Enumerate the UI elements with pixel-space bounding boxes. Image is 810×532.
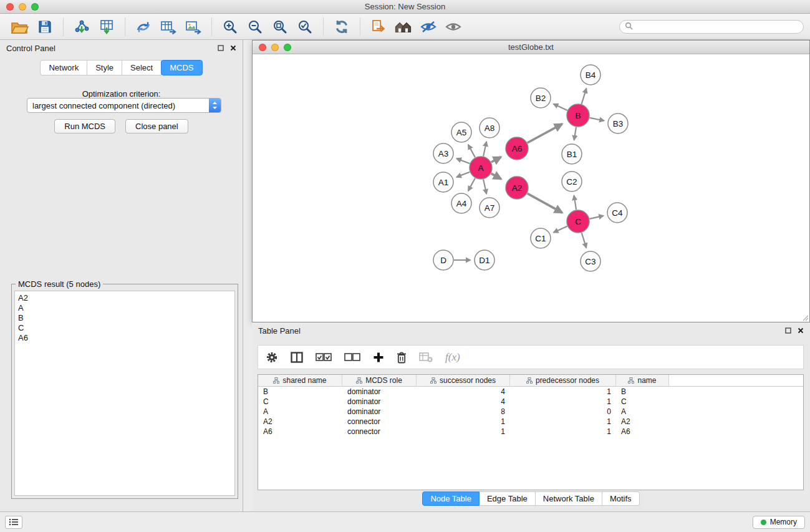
graph-edge-B-B4[interactable] [582, 89, 587, 104]
graph-edge-A-A4[interactable] [468, 178, 475, 191]
show-all-homes-icon[interactable] [393, 17, 414, 36]
graph-edge-A-A2[interactable] [491, 173, 501, 179]
graph-edge-C-C2[interactable] [574, 195, 577, 210]
graph-edge-C-C4[interactable] [590, 216, 604, 219]
tab-node-table[interactable]: Node Table [422, 491, 480, 506]
graph-node-B3[interactable]: B3 [608, 114, 628, 133]
column-header-MCDS-role[interactable]: MCDS role [342, 375, 417, 386]
refresh-layout-icon[interactable] [331, 17, 352, 36]
graph-node-A2[interactable]: A2 [506, 177, 528, 199]
zoom-in-icon[interactable] [219, 17, 241, 36]
traffic-light-minimize[interactable] [19, 3, 26, 11]
select-all-icon[interactable] [316, 353, 332, 362]
mcds-result-item[interactable]: A2 [18, 293, 231, 303]
task-history-button[interactable] [5, 516, 22, 529]
network-traffic-light-minimize[interactable] [271, 44, 279, 51]
add-row-icon[interactable] [373, 352, 384, 363]
memory-button[interactable]: Memory [753, 516, 805, 529]
graph-node-C3[interactable]: C3 [581, 251, 600, 271]
network-canvas[interactable]: B4B2BB3A8A5A6A3B1AA1C2A2A4A7C4CC1DD1C3 [253, 54, 809, 322]
graph-edge-B-B2[interactable] [554, 104, 567, 110]
column-header-successor-nodes[interactable]: successor nodes [417, 375, 510, 386]
mcds-result-item[interactable]: C [18, 323, 231, 333]
table-row[interactable]: Bdominator41B [258, 387, 803, 397]
zoom-fit-icon[interactable] [269, 17, 291, 36]
zoom-out-icon[interactable] [244, 17, 266, 36]
tab-motifs[interactable]: Motifs [602, 491, 640, 506]
graph-edge-A-A5[interactable] [468, 145, 475, 157]
mcds-result-item[interactable]: A [18, 303, 231, 313]
mcds-result-item[interactable]: A6 [18, 333, 231, 343]
graph-edge-A-A1[interactable] [456, 172, 470, 177]
export-table-icon[interactable] [158, 17, 179, 36]
function-builder-icon[interactable]: f(x) [445, 351, 460, 364]
graph-node-A7[interactable]: A7 [480, 198, 499, 218]
table-settings-gear-icon[interactable] [266, 351, 278, 364]
run-mcds-button[interactable]: Run MCDS [54, 119, 115, 133]
graph-edge-B-B1[interactable] [574, 127, 576, 140]
mcds-result-item[interactable]: B [18, 313, 231, 323]
export-image-icon[interactable] [183, 17, 204, 36]
traffic-light-zoom[interactable] [31, 3, 39, 11]
graph-node-A8[interactable]: A8 [480, 118, 499, 138]
save-session-icon[interactable] [34, 17, 55, 36]
graph-node-C[interactable]: C [567, 210, 589, 233]
tab-network-table[interactable]: Network Table [536, 491, 602, 506]
graph-node-B[interactable]: B [567, 104, 589, 127]
graph-edge-A-A7[interactable] [483, 180, 486, 194]
resize-gripper-icon[interactable] [801, 314, 809, 321]
graph-node-A5[interactable]: A5 [451, 122, 471, 142]
table-row[interactable]: A6connector11A6 [258, 427, 803, 437]
first-neighbors-icon[interactable] [368, 17, 389, 36]
column-header-predecessor-nodes[interactable]: predecessor nodes [510, 375, 616, 386]
graph-node-B1[interactable]: B1 [562, 144, 582, 164]
graph-node-C2[interactable]: C2 [562, 172, 582, 191]
network-traffic-light-close[interactable] [259, 44, 266, 51]
open-session-icon[interactable] [9, 17, 31, 36]
close-panel-icon[interactable] [230, 44, 236, 53]
delete-row-icon[interactable] [397, 351, 407, 364]
new-network-icon[interactable] [133, 17, 154, 36]
graph-edge-A6-B[interactable] [528, 124, 562, 143]
graph-node-C4[interactable]: C4 [607, 203, 627, 223]
float-panel-icon[interactable] [218, 44, 224, 53]
delete-table-icon[interactable] [419, 352, 433, 362]
tab-mcds[interactable]: MCDS [161, 60, 202, 75]
graph-edge-C-C3[interactable] [582, 233, 587, 248]
graph-node-A[interactable]: A [470, 157, 492, 179]
graph-node-C1[interactable]: C1 [531, 228, 551, 248]
graph-node-A6[interactable]: A6 [506, 137, 528, 160]
table-row[interactable]: Cdominator41C [258, 397, 803, 407]
column-header-shared-name[interactable]: shared name [258, 375, 342, 386]
table-row[interactable]: A2connector11A2 [258, 417, 803, 427]
graph-node-D1[interactable]: D1 [475, 250, 494, 270]
graph-node-B2[interactable]: B2 [531, 88, 551, 108]
graph-edge-C-C1[interactable] [554, 226, 567, 233]
graph-node-A4[interactable]: A4 [451, 193, 471, 213]
close-panel-button[interactable]: Close panel [125, 119, 188, 133]
close-table-panel-icon[interactable] [798, 326, 804, 336]
network-graph[interactable]: B4B2BB3A8A5A6A3B1AA1C2A2A4A7C4CC1DD1C3 [253, 54, 809, 322]
table-row[interactable]: Adominator80A [258, 407, 803, 417]
tab-edge-table[interactable]: Edge Table [480, 491, 536, 506]
toolbar-search-input[interactable] [636, 22, 798, 31]
graph-node-A3[interactable]: A3 [433, 143, 453, 163]
hide-selected-icon[interactable] [418, 17, 439, 36]
column-header-name[interactable]: name [616, 375, 669, 386]
tab-style[interactable]: Style [87, 60, 122, 75]
show-eye-icon[interactable] [443, 17, 464, 36]
criterion-dropdown[interactable]: largest connected component (directed) [27, 98, 221, 113]
show-columns-icon[interactable] [291, 352, 303, 363]
traffic-light-close[interactable] [6, 3, 14, 11]
graph-node-B4[interactable]: B4 [581, 65, 600, 85]
deselect-all-icon[interactable] [344, 353, 360, 362]
tab-network[interactable]: Network [40, 60, 87, 75]
network-traffic-light-zoom[interactable] [284, 44, 291, 51]
graph-node-A1[interactable]: A1 [433, 172, 453, 192]
graph-edge-A-A3[interactable] [456, 158, 470, 163]
graph-edge-A2-C[interactable] [528, 193, 562, 213]
float-table-panel-icon[interactable] [785, 326, 791, 336]
graph-node-D[interactable]: D [433, 250, 453, 270]
graph-edge-A-A6[interactable] [491, 157, 501, 162]
tab-select[interactable]: Select [122, 60, 162, 75]
